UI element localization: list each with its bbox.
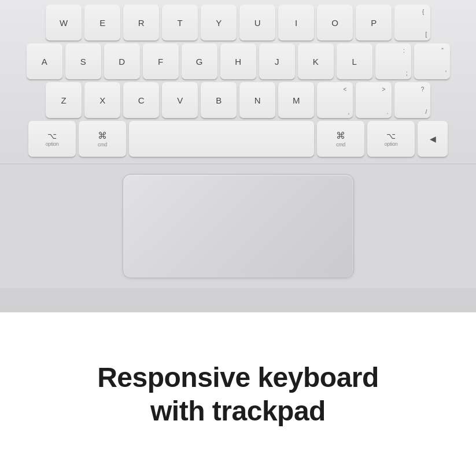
key-left-option[interactable]: ⌥ option [28, 121, 76, 157]
key-r[interactable]: R [123, 5, 159, 40]
key-p[interactable]: P [356, 5, 392, 40]
key-d[interactable]: D [104, 43, 140, 79]
headline-line2: with trackpad [97, 394, 379, 428]
key-g[interactable]: G [182, 43, 217, 79]
key-period[interactable]: > . [356, 82, 392, 118]
trackpad[interactable] [123, 174, 354, 278]
key-slash[interactable]: ? / [394, 82, 430, 118]
key-left-arrow[interactable]: ◀ [418, 121, 448, 157]
key-v[interactable]: V [162, 82, 198, 118]
text-section: Responsive keyboard with trackpad [0, 312, 476, 476]
key-a[interactable]: A [27, 43, 62, 79]
key-b[interactable]: B [201, 82, 237, 118]
key-y[interactable]: Y [201, 5, 237, 40]
key-z[interactable]: Z [46, 82, 82, 118]
key-u[interactable]: U [239, 5, 275, 40]
key-f[interactable]: F [143, 43, 179, 79]
key-row-modifier: ⌥ option ⌘ cmd ⌘ cmd ⌥ option ◀ [28, 121, 448, 157]
key-c[interactable]: C [123, 82, 159, 118]
key-comma[interactable]: < , [317, 82, 353, 118]
key-row-top: W E R T Y U I O P { [ [46, 5, 430, 40]
headline: Responsive keyboard with trackpad [97, 361, 379, 427]
key-right-option[interactable]: ⌥ option [367, 121, 415, 157]
key-spacebar[interactable] [129, 121, 314, 157]
keyboard-wrapper: W E R T Y U I O P { [ A S D F G H J K L [0, 5, 476, 157]
key-n[interactable]: N [239, 82, 275, 118]
keyboard-section: W E R T Y U I O P { [ A S D F G H J K L [0, 0, 476, 312]
headline-line1: Responsive keyboard [97, 361, 379, 394]
key-semicolon[interactable]: : ; [375, 43, 411, 79]
key-i[interactable]: I [278, 5, 314, 40]
key-left-cmd[interactable]: ⌘ cmd [79, 121, 126, 157]
trackpad-area [0, 164, 476, 288]
key-o[interactable]: O [317, 5, 353, 40]
key-l[interactable]: L [337, 43, 372, 79]
key-j[interactable]: J [259, 43, 295, 79]
key-x[interactable]: X [84, 82, 120, 118]
key-h[interactable]: H [220, 43, 256, 79]
key-w[interactable]: W [46, 5, 82, 40]
key-s[interactable]: S [65, 43, 101, 79]
key-k[interactable]: K [298, 43, 334, 79]
key-bracket[interactable]: { [ [394, 5, 430, 40]
arrow-left-icon: ◀ [430, 134, 436, 143]
key-m[interactable]: M [278, 82, 314, 118]
key-row-bottom: Z X C V B N M < , > . ? / [46, 82, 430, 118]
key-right-cmd[interactable]: ⌘ cmd [317, 121, 364, 157]
key-e[interactable]: E [84, 5, 120, 40]
key-quote[interactable]: " ' [414, 43, 450, 79]
key-row-home: A S D F G H J K L : ; " ' [27, 43, 450, 79]
key-t[interactable]: T [162, 5, 198, 40]
